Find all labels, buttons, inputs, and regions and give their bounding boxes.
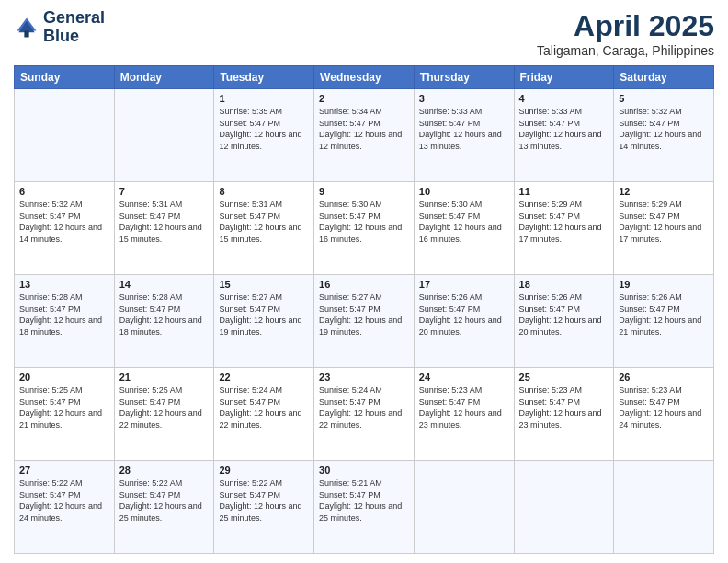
calendar-cell: 13Sunrise: 5:28 AM Sunset: 5:47 PM Dayli…	[15, 275, 115, 368]
day-number: 5	[619, 93, 709, 104]
day-info: Sunrise: 5:31 AM Sunset: 5:47 PM Dayligh…	[119, 199, 210, 245]
calendar-cell	[15, 89, 115, 182]
calendar-cell: 7Sunrise: 5:31 AM Sunset: 5:47 PM Daylig…	[114, 182, 214, 275]
day-info: Sunrise: 5:30 AM Sunset: 5:47 PM Dayligh…	[419, 199, 509, 245]
calendar-cell	[614, 461, 714, 554]
calendar-cell: 27Sunrise: 5:22 AM Sunset: 5:47 PM Dayli…	[15, 461, 115, 554]
calendar-cell: 6Sunrise: 5:32 AM Sunset: 5:47 PM Daylig…	[15, 182, 115, 275]
day-number: 2	[319, 93, 409, 104]
calendar-cell: 19Sunrise: 5:26 AM Sunset: 5:47 PM Dayli…	[614, 275, 714, 368]
calendar-cell: 26Sunrise: 5:23 AM Sunset: 5:47 PM Dayli…	[614, 368, 714, 461]
day-number: 17	[419, 279, 509, 290]
calendar-cell: 29Sunrise: 5:22 AM Sunset: 5:47 PM Dayli…	[214, 461, 314, 554]
day-info: Sunrise: 5:21 AM Sunset: 5:47 PM Dayligh…	[319, 477, 409, 523]
calendar-week-row: 1Sunrise: 5:35 AM Sunset: 5:47 PM Daylig…	[15, 89, 714, 182]
calendar-cell: 25Sunrise: 5:23 AM Sunset: 5:47 PM Dayli…	[514, 368, 614, 461]
calendar-cell: 24Sunrise: 5:23 AM Sunset: 5:47 PM Dayli…	[414, 368, 514, 461]
header: General Blue April 2025 Taligaman, Carag…	[14, 9, 714, 58]
logo: General Blue	[14, 9, 105, 46]
day-number: 28	[119, 465, 210, 476]
calendar-cell: 14Sunrise: 5:28 AM Sunset: 5:47 PM Dayli…	[114, 275, 214, 368]
calendar-cell: 1Sunrise: 5:35 AM Sunset: 5:47 PM Daylig…	[214, 89, 314, 182]
calendar-day-header: Monday	[114, 66, 214, 89]
day-number: 25	[519, 372, 609, 383]
day-number: 30	[319, 465, 409, 476]
day-number: 16	[319, 279, 409, 290]
day-number: 21	[119, 372, 210, 383]
calendar-cell: 12Sunrise: 5:29 AM Sunset: 5:47 PM Dayli…	[614, 182, 714, 275]
day-number: 23	[319, 372, 409, 383]
calendar-week-row: 20Sunrise: 5:25 AM Sunset: 5:47 PM Dayli…	[15, 368, 714, 461]
calendar-cell: 5Sunrise: 5:32 AM Sunset: 5:47 PM Daylig…	[614, 89, 714, 182]
calendar-day-header: Friday	[514, 66, 614, 89]
day-number: 3	[419, 93, 509, 104]
calendar-header-row: SundayMondayTuesdayWednesdayThursdayFrid…	[15, 66, 714, 89]
calendar-cell	[114, 89, 214, 182]
calendar-cell: 15Sunrise: 5:27 AM Sunset: 5:47 PM Dayli…	[214, 275, 314, 368]
day-info: Sunrise: 5:29 AM Sunset: 5:47 PM Dayligh…	[619, 199, 709, 245]
calendar-cell: 28Sunrise: 5:22 AM Sunset: 5:47 PM Dayli…	[114, 461, 214, 554]
calendar-day-header: Tuesday	[214, 66, 314, 89]
calendar-cell: 17Sunrise: 5:26 AM Sunset: 5:47 PM Dayli…	[414, 275, 514, 368]
day-number: 7	[119, 186, 210, 197]
day-info: Sunrise: 5:26 AM Sunset: 5:47 PM Dayligh…	[619, 292, 709, 338]
day-info: Sunrise: 5:34 AM Sunset: 5:47 PM Dayligh…	[319, 106, 409, 152]
calendar-day-header: Wednesday	[314, 66, 415, 89]
location: Taligaman, Caraga, Philippines	[537, 43, 714, 58]
day-info: Sunrise: 5:26 AM Sunset: 5:47 PM Dayligh…	[519, 292, 609, 338]
day-number: 22	[219, 372, 309, 383]
page: General Blue April 2025 Taligaman, Carag…	[0, 0, 728, 563]
day-info: Sunrise: 5:28 AM Sunset: 5:47 PM Dayligh…	[19, 292, 109, 338]
day-number: 18	[519, 279, 609, 290]
day-number: 6	[19, 186, 109, 197]
day-info: Sunrise: 5:25 AM Sunset: 5:47 PM Dayligh…	[119, 385, 210, 431]
day-info: Sunrise: 5:32 AM Sunset: 5:47 PM Dayligh…	[19, 199, 109, 245]
day-info: Sunrise: 5:23 AM Sunset: 5:47 PM Dayligh…	[519, 385, 609, 431]
calendar-cell: 18Sunrise: 5:26 AM Sunset: 5:47 PM Dayli…	[514, 275, 614, 368]
day-info: Sunrise: 5:32 AM Sunset: 5:47 PM Dayligh…	[619, 106, 709, 152]
calendar-cell: 16Sunrise: 5:27 AM Sunset: 5:47 PM Dayli…	[314, 275, 415, 368]
calendar-day-header: Sunday	[15, 66, 115, 89]
day-number: 4	[519, 93, 609, 104]
day-info: Sunrise: 5:22 AM Sunset: 5:47 PM Dayligh…	[119, 477, 210, 523]
day-number: 20	[19, 372, 109, 383]
day-info: Sunrise: 5:27 AM Sunset: 5:47 PM Dayligh…	[319, 292, 409, 338]
calendar-table: SundayMondayTuesdayWednesdayThursdayFrid…	[14, 65, 714, 554]
day-info: Sunrise: 5:26 AM Sunset: 5:47 PM Dayligh…	[419, 292, 509, 338]
logo-icon	[14, 15, 40, 40]
day-number: 14	[119, 279, 210, 290]
calendar-day-header: Thursday	[414, 66, 514, 89]
calendar-week-row: 6Sunrise: 5:32 AM Sunset: 5:47 PM Daylig…	[15, 182, 714, 275]
calendar-cell: 20Sunrise: 5:25 AM Sunset: 5:47 PM Dayli…	[15, 368, 115, 461]
month-title: April 2025	[537, 9, 714, 43]
calendar-cell: 2Sunrise: 5:34 AM Sunset: 5:47 PM Daylig…	[314, 89, 415, 182]
day-number: 15	[219, 279, 309, 290]
day-info: Sunrise: 5:24 AM Sunset: 5:47 PM Dayligh…	[219, 385, 309, 431]
calendar-day-header: Saturday	[614, 66, 714, 89]
day-info: Sunrise: 5:25 AM Sunset: 5:47 PM Dayligh…	[19, 385, 109, 431]
day-number: 26	[619, 372, 709, 383]
svg-rect-2	[24, 30, 28, 37]
calendar-cell: 3Sunrise: 5:33 AM Sunset: 5:47 PM Daylig…	[414, 89, 514, 182]
day-number: 24	[419, 372, 509, 383]
day-info: Sunrise: 5:27 AM Sunset: 5:47 PM Dayligh…	[219, 292, 309, 338]
day-info: Sunrise: 5:29 AM Sunset: 5:47 PM Dayligh…	[519, 199, 609, 245]
day-info: Sunrise: 5:31 AM Sunset: 5:47 PM Dayligh…	[219, 199, 309, 245]
day-number: 29	[219, 465, 309, 476]
calendar-cell: 8Sunrise: 5:31 AM Sunset: 5:47 PM Daylig…	[214, 182, 314, 275]
day-number: 10	[419, 186, 509, 197]
day-number: 19	[619, 279, 709, 290]
day-info: Sunrise: 5:22 AM Sunset: 5:47 PM Dayligh…	[19, 477, 109, 523]
calendar-cell: 22Sunrise: 5:24 AM Sunset: 5:47 PM Dayli…	[214, 368, 314, 461]
calendar-cell: 9Sunrise: 5:30 AM Sunset: 5:47 PM Daylig…	[314, 182, 415, 275]
day-info: Sunrise: 5:22 AM Sunset: 5:47 PM Dayligh…	[219, 477, 309, 523]
calendar-cell: 4Sunrise: 5:33 AM Sunset: 5:47 PM Daylig…	[514, 89, 614, 182]
day-number: 13	[19, 279, 109, 290]
calendar-week-row: 13Sunrise: 5:28 AM Sunset: 5:47 PM Dayli…	[15, 275, 714, 368]
day-number: 8	[219, 186, 309, 197]
day-number: 1	[219, 93, 309, 104]
calendar-cell	[414, 461, 514, 554]
calendar-cell: 23Sunrise: 5:24 AM Sunset: 5:47 PM Dayli…	[314, 368, 415, 461]
calendar-week-row: 27Sunrise: 5:22 AM Sunset: 5:47 PM Dayli…	[15, 461, 714, 554]
day-number: 9	[319, 186, 409, 197]
